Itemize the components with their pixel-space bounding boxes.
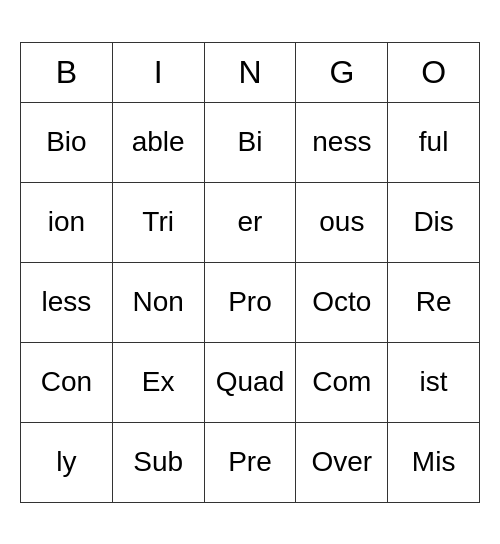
bingo-body: Bio able Bi ness ful ion Tri er ous Dis … xyxy=(21,102,480,502)
cell-2-1: Non xyxy=(112,262,204,342)
cell-2-0: less xyxy=(21,262,113,342)
cell-4-3: Over xyxy=(296,422,388,502)
cell-0-3: ness xyxy=(296,102,388,182)
cell-4-4: Mis xyxy=(388,422,480,502)
table-row: ly Sub Pre Over Mis xyxy=(21,422,480,502)
cell-1-4: Dis xyxy=(388,182,480,262)
cell-2-2: Pro xyxy=(204,262,296,342)
cell-4-2: Pre xyxy=(204,422,296,502)
cell-2-3: Octo xyxy=(296,262,388,342)
cell-0-2: Bi xyxy=(204,102,296,182)
cell-3-0: Con xyxy=(21,342,113,422)
header-row: B I N G O xyxy=(21,42,480,102)
table-row: Bio able Bi ness ful xyxy=(21,102,480,182)
cell-1-3: ous xyxy=(296,182,388,262)
bingo-card: B I N G O Bio able Bi ness ful ion Tri e… xyxy=(20,42,480,503)
cell-1-2: er xyxy=(204,182,296,262)
cell-1-0: ion xyxy=(21,182,113,262)
cell-0-4: ful xyxy=(388,102,480,182)
header-n: N xyxy=(204,42,296,102)
cell-4-1: Sub xyxy=(112,422,204,502)
cell-2-4: Re xyxy=(388,262,480,342)
cell-1-1: Tri xyxy=(112,182,204,262)
header-g: G xyxy=(296,42,388,102)
cell-0-0: Bio xyxy=(21,102,113,182)
cell-3-2: Quad xyxy=(204,342,296,422)
header-b: B xyxy=(21,42,113,102)
cell-3-3: Com xyxy=(296,342,388,422)
table-row: Con Ex Quad Com ist xyxy=(21,342,480,422)
header-i: I xyxy=(112,42,204,102)
table-row: less Non Pro Octo Re xyxy=(21,262,480,342)
cell-0-1: able xyxy=(112,102,204,182)
table-row: ion Tri er ous Dis xyxy=(21,182,480,262)
cell-3-4: ist xyxy=(388,342,480,422)
cell-4-0: ly xyxy=(21,422,113,502)
header-o: O xyxy=(388,42,480,102)
cell-3-1: Ex xyxy=(112,342,204,422)
